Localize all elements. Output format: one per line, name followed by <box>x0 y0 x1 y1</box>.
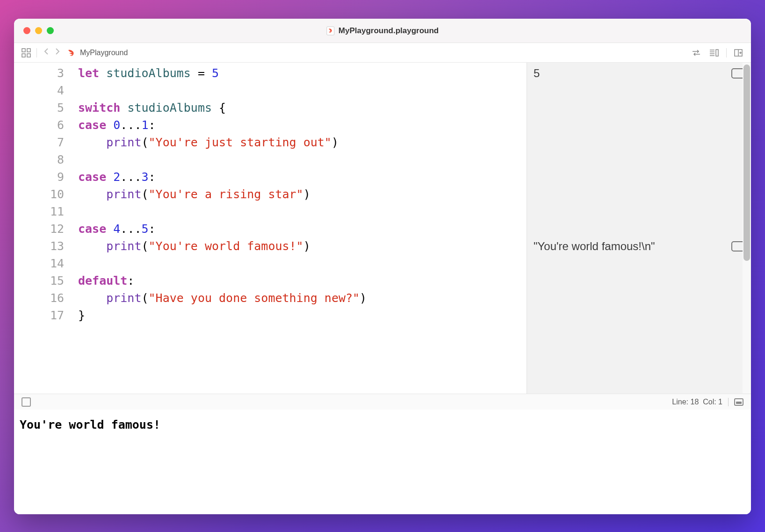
line-number: 12 <box>14 220 64 237</box>
window-title-bar[interactable]: MyPlayground.playground <box>14 19 751 43</box>
scrollbar-track[interactable] <box>743 63 751 394</box>
code-line[interactable]: case 4...5: <box>78 220 527 237</box>
result-row <box>527 99 751 116</box>
toolbar: MyPlayground <box>14 43 751 63</box>
code-line[interactable]: case 2...3: <box>78 168 527 186</box>
toolbar-separator <box>36 48 37 58</box>
status-bar: Line: 18 Col: 1 <box>14 394 751 410</box>
code-line[interactable] <box>78 151 527 168</box>
close-button[interactable] <box>23 27 30 34</box>
svg-rect-1 <box>22 49 25 52</box>
window-title: MyPlayground.playground <box>326 26 439 36</box>
back-button[interactable] <box>42 48 51 58</box>
editor-options-icon[interactable] <box>708 47 720 58</box>
line-number: 10 <box>14 186 64 203</box>
debug-checkbox[interactable] <box>22 397 31 407</box>
svg-rect-4 <box>27 54 30 57</box>
result-value: 5 <box>534 67 540 80</box>
code-editor[interactable]: 34567891011121314151617 let studioAlbums… <box>14 63 527 394</box>
code-line[interactable]: print("You're just starting out") <box>78 134 527 151</box>
window-title-text: MyPlayground.playground <box>339 26 439 36</box>
line-number: 17 <box>14 307 64 324</box>
code-line[interactable]: switch studioAlbums { <box>78 99 527 116</box>
swift-icon <box>67 48 76 58</box>
line-number: 14 <box>14 255 64 272</box>
toolbar-separator <box>726 48 727 58</box>
code-line[interactable]: } <box>78 307 527 324</box>
result-row <box>527 116 751 134</box>
related-items-icon[interactable] <box>21 47 32 58</box>
code-line[interactable]: default: <box>78 272 527 289</box>
result-row: "You're world famous!\n" <box>527 237 751 255</box>
xcode-playground-window: MyPlayground.playground <box>14 19 751 514</box>
add-editor-icon[interactable] <box>733 47 744 58</box>
result-row <box>527 220 751 237</box>
line-number: 11 <box>14 203 64 220</box>
line-number: 4 <box>14 82 64 99</box>
code-line[interactable]: let studioAlbums = 5 <box>78 65 527 82</box>
status-right: Line: 18 Col: 1 <box>672 398 743 406</box>
console-text: You're world famous! <box>20 418 160 431</box>
result-row <box>527 272 751 289</box>
line-number: 9 <box>14 168 64 186</box>
zoom-button[interactable] <box>47 27 54 34</box>
line-number: 13 <box>14 237 64 255</box>
line-number: 7 <box>14 134 64 151</box>
editor-area: 34567891011121314151617 let studioAlbums… <box>14 63 751 394</box>
svg-rect-9 <box>716 50 718 56</box>
code-line[interactable] <box>78 82 527 99</box>
result-row <box>527 255 751 272</box>
code-line[interactable]: print("You're a rising star") <box>78 186 527 203</box>
debug-area-toggle-icon[interactable] <box>734 398 743 406</box>
breadcrumb-item: MyPlayground <box>80 49 128 57</box>
result-row <box>527 203 751 220</box>
svg-rect-2 <box>27 49 30 52</box>
result-row <box>527 289 751 307</box>
line-number-gutter: 34567891011121314151617 <box>14 63 72 394</box>
navigation-arrows <box>42 48 62 58</box>
window-controls <box>23 27 54 34</box>
result-row <box>527 82 751 99</box>
result-row <box>527 151 751 168</box>
code-content[interactable]: let studioAlbums = 5switch studioAlbums … <box>72 63 527 394</box>
result-row: 5 <box>527 65 751 82</box>
breadcrumb[interactable]: MyPlayground <box>67 48 128 58</box>
code-line[interactable]: print("Have you done something new?") <box>78 289 527 307</box>
minimize-button[interactable] <box>35 27 42 34</box>
forward-button[interactable] <box>53 48 62 58</box>
status-separator <box>728 398 729 406</box>
code-line[interactable]: case 0...1: <box>78 116 527 134</box>
line-number: 5 <box>14 99 64 116</box>
scrollbar-thumb[interactable] <box>743 65 750 261</box>
cursor-position: Line: 18 Col: 1 <box>672 398 722 406</box>
console-output[interactable]: You're world famous! <box>14 410 751 514</box>
line-number: 8 <box>14 151 64 168</box>
result-row <box>527 186 751 203</box>
code-line[interactable] <box>78 203 527 220</box>
results-sidebar: 5"You're world famous!\n" <box>527 63 751 394</box>
code-line[interactable] <box>78 255 527 272</box>
result-value: "You're world famous!\n" <box>534 240 655 253</box>
line-number: 6 <box>14 116 64 134</box>
svg-rect-3 <box>22 54 25 57</box>
swap-icon[interactable] <box>691 47 702 58</box>
playground-file-icon <box>326 26 335 36</box>
result-row <box>527 134 751 151</box>
line-number: 16 <box>14 289 64 307</box>
line-number: 3 <box>14 65 64 82</box>
code-line[interactable]: print("You're world famous!") <box>78 237 527 255</box>
result-row <box>527 307 751 324</box>
line-number: 15 <box>14 272 64 289</box>
toolbar-right <box>691 47 744 58</box>
result-row <box>527 168 751 186</box>
